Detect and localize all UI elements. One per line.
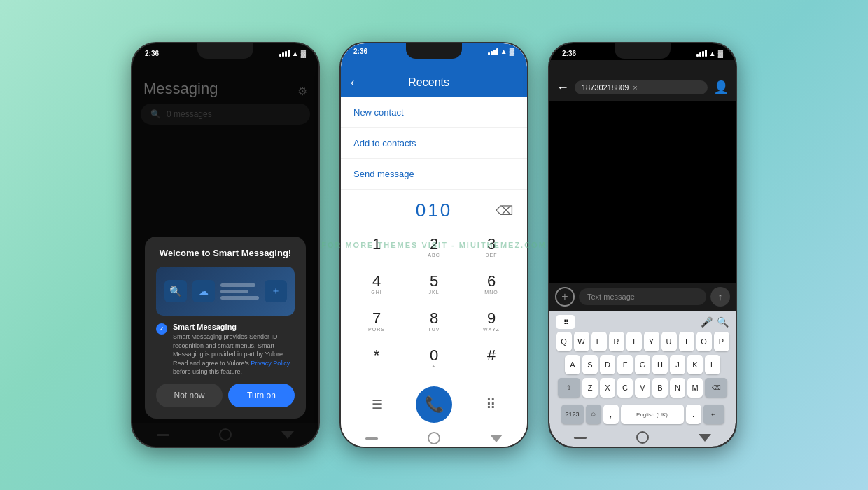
phone2-key-7[interactable]: 7 PQRS xyxy=(348,304,405,341)
phone3-key-U[interactable]: U xyxy=(662,332,677,351)
phone3-keyboard-row1: Q W E R T Y U I O P xyxy=(552,332,733,351)
phone3-key-R[interactable]: R xyxy=(609,332,624,351)
phone3-attach-button[interactable]: + xyxy=(555,287,575,307)
phone1-signal-icon xyxy=(279,50,290,57)
phone3-status-icons: ▲ ▓ xyxy=(696,50,723,57)
phone1-power-button[interactable] xyxy=(318,141,320,183)
phone-2: 2:36 ▲ ▓ ‹ Recents xyxy=(340,42,528,448)
phone3-screen: 2:36 ▲ ▓ ← 18730218809 × xyxy=(550,43,736,447)
phone3-send-button[interactable]: ↑ xyxy=(710,287,730,307)
phone3-key-F[interactable]: F xyxy=(617,355,633,374)
phone2-back-button[interactable]: ‹ xyxy=(351,76,354,89)
phone2-nav-back[interactable] xyxy=(365,438,378,440)
phone2-nav-home[interactable] xyxy=(428,432,440,444)
phone1-dialog-cloud-icon: ☁ xyxy=(192,280,215,302)
phone3-key-L[interactable]: L xyxy=(705,355,720,374)
phone2-key-4[interactable]: 4 GHI xyxy=(348,267,405,304)
phone1-dialog-title: Welcome to Smart Messaging! xyxy=(156,248,295,258)
phone1-turn-on-button[interactable]: Turn on xyxy=(228,384,295,407)
phone3-shift-key[interactable]: ⇧ xyxy=(558,378,580,398)
phone3-emoji-key[interactable]: ☺ xyxy=(586,405,601,424)
phone2-add-to-contacts-item[interactable]: Add to contacts xyxy=(341,128,527,159)
phone2-header-title: Recents xyxy=(361,76,496,89)
phone3-key-W[interactable]: W xyxy=(574,332,589,351)
phone3-status-bar: 2:36 ▲ ▓ xyxy=(550,43,736,60)
phone3-keyboard-mic-icon[interactable]: 🎤 xyxy=(701,316,713,328)
phone3-comma-key[interactable]: , xyxy=(603,405,619,424)
phone2-key-hash[interactable]: # xyxy=(463,341,520,378)
phone3-key-V[interactable]: V xyxy=(635,378,650,398)
phone3-key-E[interactable]: E xyxy=(592,332,607,351)
phone2-call-button[interactable]: 📞 xyxy=(416,386,452,423)
phone3-key-Q[interactable]: Q xyxy=(556,332,572,351)
phone3-keyboard-row3: ⇧ Z X C V B N M ⌫ xyxy=(552,378,733,398)
phone1-dialog-search-icon: 🔍 xyxy=(164,280,187,302)
phone3-sms-app: 2:36 ▲ ▓ ← 18730218809 × xyxy=(550,43,736,447)
phone2-menu-icon[interactable]: ☰ xyxy=(372,397,383,412)
phone3-key-G[interactable]: G xyxy=(635,355,650,374)
phone3-key-B[interactable]: B xyxy=(652,378,668,398)
phone2-key-3[interactable]: 3 DEF xyxy=(463,230,520,267)
phone1-privacy-policy-link[interactable]: Privacy Policy xyxy=(251,360,290,367)
phone2-keypad-icon[interactable]: ⠿ xyxy=(486,396,496,413)
phone3-enter-key[interactable]: ↵ xyxy=(704,405,724,424)
phone2-key-8[interactable]: 8 TUV xyxy=(405,304,463,341)
phone3-key-S[interactable]: S xyxy=(582,355,598,374)
phone3-profile-icon[interactable]: 👤 xyxy=(713,80,729,95)
phone1-checkbox[interactable]: ✓ xyxy=(156,323,167,335)
phone3-nav-home[interactable] xyxy=(636,431,649,444)
phone3-key-A[interactable]: A xyxy=(565,355,580,374)
phone3-power-button[interactable] xyxy=(736,141,737,183)
phone3-nav-back[interactable] xyxy=(574,437,587,439)
phone2-power-button[interactable] xyxy=(527,141,528,183)
phone1-time: 2:36 xyxy=(145,50,159,57)
phone3-recipient-chip: 18730218809 × xyxy=(575,80,708,94)
phone3-keyboard-top-row: ⠿ 🎤 🔍 xyxy=(552,315,733,332)
phone2-nav-recents[interactable] xyxy=(490,435,503,442)
phone2-delete-button[interactable]: ⌫ xyxy=(496,203,513,218)
phone2-key-9[interactable]: 9 WXYZ xyxy=(463,304,520,341)
phone3-time: 2:36 xyxy=(562,50,576,57)
phone3-nav-recents[interactable] xyxy=(699,434,711,442)
phone1-battery-icon: ▓ xyxy=(301,50,306,57)
phone3-recipient-close-button[interactable]: × xyxy=(633,83,637,92)
phone3-back-button[interactable]: ← xyxy=(556,80,569,95)
phone2-key-star[interactable]: * xyxy=(348,341,405,378)
phone3-space-key[interactable]: English (UK) xyxy=(621,405,684,424)
phone3-keyboard-emoji-btn[interactable]: ⠿ xyxy=(556,315,575,329)
phone3-backspace-key[interactable]: ⌫ xyxy=(705,378,727,398)
phone3-wifi-icon: ▲ xyxy=(709,50,716,57)
phone3-numbers-key[interactable]: ?123 xyxy=(561,405,584,424)
phone3-keyboard-search-icon[interactable]: 🔍 xyxy=(717,316,729,328)
phone3-key-Y[interactable]: Y xyxy=(644,332,659,351)
phone3-key-H[interactable]: H xyxy=(652,355,668,374)
phone2-send-message-item[interactable]: Send message xyxy=(341,159,527,190)
phone1-not-now-button[interactable]: Not now xyxy=(156,384,223,407)
phone3-key-I[interactable]: I xyxy=(679,332,694,351)
phone3-key-J[interactable]: J xyxy=(670,355,685,374)
phone2-wifi-icon: ▲ xyxy=(500,48,507,55)
phone3-key-X[interactable]: X xyxy=(600,378,615,398)
phone2-new-contact-item[interactable]: New contact xyxy=(341,97,527,128)
phone2-key-5[interactable]: 5 JKL xyxy=(405,267,463,304)
phone1-dialog-overlay: Welcome to Smart Messaging! 🔍 ☁ ＋ ✓ xyxy=(132,43,318,447)
phone3-key-D[interactable]: D xyxy=(600,355,615,374)
phone3-key-N[interactable]: N xyxy=(670,378,685,398)
phone2-recents-app: 2:36 ▲ ▓ ‹ Recents xyxy=(341,43,527,447)
phone3-key-M[interactable]: M xyxy=(687,378,703,398)
phone2-key-0[interactable]: 0 + xyxy=(405,341,463,378)
phone2-key-6[interactable]: 6 MNO xyxy=(463,267,520,304)
phone2-key-1[interactable]: 1 xyxy=(348,230,405,267)
phone3-key-T[interactable]: T xyxy=(626,332,642,351)
phone3-key-P[interactable]: P xyxy=(714,332,729,351)
phone3-key-Z[interactable]: Z xyxy=(582,378,598,398)
phone3-period-key[interactable]: . xyxy=(686,405,701,424)
phone2-menu-list: New contact Add to contacts Send message xyxy=(341,97,527,190)
phone3-text-input[interactable]: Text message xyxy=(579,288,706,305)
phone3-header: ← 18730218809 × 👤 xyxy=(550,60,736,101)
phone3-key-K[interactable]: K xyxy=(687,355,703,374)
phone2-key-2[interactable]: 2 ABC xyxy=(405,230,463,267)
phone3-key-O[interactable]: O xyxy=(696,332,712,351)
phone2-bottom-nav xyxy=(341,426,527,447)
phone3-key-C[interactable]: C xyxy=(617,378,633,398)
